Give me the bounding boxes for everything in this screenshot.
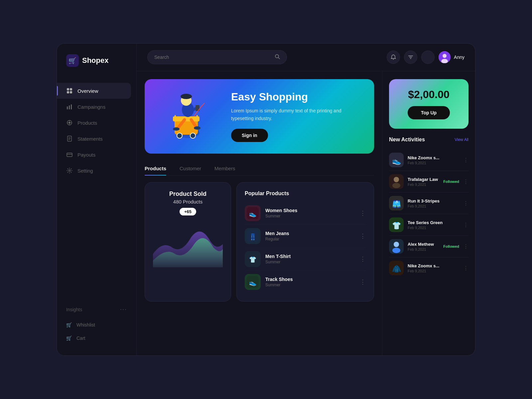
app-container: 🛒 Shopex Overview Campaingns bbox=[57, 43, 475, 356]
sidebar-item-overview[interactable]: Overview bbox=[57, 83, 131, 99]
sidebar-item-payouts[interactable]: Payouts bbox=[57, 147, 136, 163]
product-sub-3: Summer bbox=[265, 260, 355, 264]
activity-more-5[interactable]: ⋮ bbox=[463, 243, 468, 250]
product-sold-title: Product Sold bbox=[153, 191, 223, 198]
activity-more-6[interactable]: ⋮ bbox=[463, 265, 468, 271]
activity-more-4[interactable]: ⋮ bbox=[463, 222, 468, 228]
hero-character-svg bbox=[158, 90, 218, 143]
setting-label: Setting bbox=[77, 168, 93, 174]
activity-badge-5: Followed bbox=[443, 244, 459, 248]
svg-rect-34 bbox=[173, 116, 200, 121]
svg-text:👟: 👟 bbox=[392, 156, 401, 165]
product-name-4: Track Shoes bbox=[265, 277, 355, 282]
products-nav-label: Products bbox=[77, 120, 97, 126]
product-info-4: Track Shoes Summer bbox=[265, 277, 355, 287]
product-info-1: Women Shoes Summer bbox=[265, 208, 355, 218]
activity-date-1: Feb 9,2021 bbox=[408, 161, 459, 165]
svg-text:👟: 👟 bbox=[249, 210, 257, 217]
avatar bbox=[439, 51, 451, 63]
topbar: Anny bbox=[137, 44, 475, 71]
product-thumb-2: 👖 bbox=[245, 228, 261, 244]
product-menu-2[interactable]: ⋮ bbox=[360, 232, 366, 240]
svg-point-67 bbox=[392, 248, 400, 253]
wallet-amount: $2,00.00 bbox=[397, 88, 461, 101]
logo: 🛒 Shopex bbox=[57, 54, 136, 67]
notification-button[interactable] bbox=[387, 51, 400, 64]
overview-label: Overview bbox=[77, 88, 98, 94]
product-thumb-4: 👟 bbox=[245, 274, 261, 290]
activities-title: New Activities bbox=[389, 137, 425, 143]
search-input[interactable] bbox=[154, 55, 271, 60]
statements-icon bbox=[66, 135, 73, 142]
activity-item-1: 👟 Nike Zoomx s... Feb 9,2021 ⋮ bbox=[389, 149, 468, 171]
svg-rect-3 bbox=[70, 88, 72, 90]
product-sold-card: Product Sold 480 Products +65 bbox=[145, 182, 231, 302]
product-menu-1[interactable]: ⋮ bbox=[360, 209, 366, 217]
activity-more-1[interactable]: ⋮ bbox=[463, 157, 468, 163]
sidebar-item-products[interactable]: Products bbox=[57, 115, 136, 131]
activity-more-3[interactable]: ⋮ bbox=[463, 200, 468, 206]
tab-customer[interactable]: Customer bbox=[180, 162, 201, 175]
product-sold-count: 480 Products bbox=[153, 199, 223, 204]
activity-info-2: Trafalagar Law Feb 9,2021 bbox=[408, 177, 439, 187]
activity-thumb-3: 🩳 bbox=[389, 196, 404, 210]
search-icon bbox=[275, 54, 280, 61]
activity-more-2[interactable]: ⋮ bbox=[463, 179, 468, 185]
payouts-icon bbox=[66, 151, 73, 158]
svg-point-10 bbox=[68, 122, 70, 124]
view-all-button[interactable]: View All bbox=[455, 137, 468, 142]
sidebar-item-campaigns[interactable]: Campaingns bbox=[57, 99, 136, 115]
activity-name-6: Nike Zoomx s... bbox=[408, 263, 459, 268]
svg-text:🛒: 🛒 bbox=[68, 57, 76, 65]
svg-rect-8 bbox=[71, 104, 72, 109]
activity-item-2: Trafalagar Law Feb 9,2021 Followed ⋮ bbox=[389, 171, 468, 193]
svg-point-60 bbox=[392, 183, 400, 188]
wallet-card: $2,00.00 Top Up bbox=[389, 79, 468, 129]
product-info-2: Men Jeans Regular bbox=[265, 231, 355, 241]
svg-point-39 bbox=[181, 94, 192, 99]
svg-rect-4 bbox=[67, 91, 69, 93]
hero-title: Easy Shopping bbox=[231, 91, 347, 103]
product-menu-4[interactable]: ⋮ bbox=[360, 278, 366, 286]
svg-point-21 bbox=[69, 170, 70, 172]
right-panel: $2,00.00 Top Up New Activities View All … bbox=[382, 71, 475, 355]
sidebar-item-statements[interactable]: Statements bbox=[57, 131, 136, 147]
top-up-button[interactable]: Top Up bbox=[408, 106, 450, 119]
svg-point-44 bbox=[173, 127, 180, 131]
activities-header: New Activities View All bbox=[389, 137, 468, 143]
activity-item-6: 🧥 Nike Zoomx s... Feb 9,2021 ⋮ bbox=[389, 257, 468, 279]
user-profile[interactable]: Anny bbox=[439, 51, 465, 63]
activity-thumb-2 bbox=[389, 174, 404, 189]
tabs: Products Customer Members bbox=[145, 162, 374, 176]
search-box[interactable] bbox=[147, 50, 287, 64]
sidebar-item-setting[interactable]: Setting bbox=[57, 163, 136, 179]
activity-date-5: Feb 9,2021 bbox=[408, 247, 439, 251]
activity-item-5: Alex Methew Feb 9,2021 Followed ⋮ bbox=[389, 236, 468, 257]
activity-thumb-1: 👟 bbox=[389, 153, 404, 167]
chart-area bbox=[153, 221, 223, 267]
sign-in-button[interactable]: Sign in bbox=[231, 129, 268, 142]
tab-products[interactable]: Products bbox=[145, 162, 166, 175]
tab-members[interactable]: Members bbox=[214, 162, 235, 175]
product-info-3: Men T-Shirt Summer bbox=[265, 254, 355, 264]
activity-item-3: 🩳 Run It 3-Stripes Feb 9,2021 ⋮ bbox=[389, 193, 468, 214]
sidebar-item-wishlist[interactable]: 🛒 Whishlist bbox=[57, 318, 136, 332]
topbar-actions: Anny bbox=[387, 51, 465, 64]
campaigns-icon bbox=[66, 103, 73, 110]
activity-name-1: Nike Zoomx s... bbox=[408, 155, 459, 160]
product-item-2: 👖 Men Jeans Regular ⋮ bbox=[245, 225, 366, 248]
insights-more-icon[interactable]: ··· bbox=[120, 306, 127, 313]
svg-rect-2 bbox=[67, 88, 69, 90]
filter-button[interactable] bbox=[404, 51, 417, 64]
app-name: Shopex bbox=[82, 56, 108, 65]
theme-toggle-button[interactable] bbox=[421, 51, 435, 64]
product-menu-3[interactable]: ⋮ bbox=[360, 255, 366, 263]
sidebar-item-cart[interactable]: 🛒 Cart bbox=[57, 332, 136, 345]
svg-rect-19 bbox=[67, 153, 72, 157]
svg-line-23 bbox=[278, 58, 280, 59]
cart-label: Cart bbox=[76, 335, 85, 341]
svg-text:👕: 👕 bbox=[392, 221, 401, 230]
hero-text: Easy Shopping Lorem Ipsum is simply dumm… bbox=[218, 91, 361, 142]
svg-point-35 bbox=[177, 133, 182, 138]
popular-products-title: Popular Products bbox=[245, 191, 366, 197]
